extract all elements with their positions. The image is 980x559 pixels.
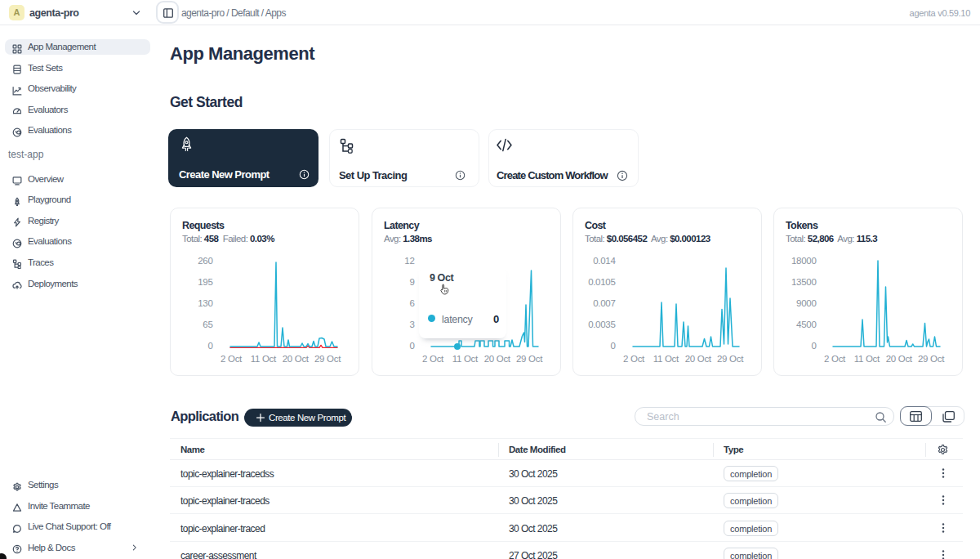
svg-text:13500: 13500 <box>791 277 816 287</box>
svg-text:11 Oct: 11 Oct <box>452 354 479 364</box>
svg-text:20 Oct: 20 Oct <box>886 354 913 364</box>
svg-text:130: 130 <box>198 298 212 308</box>
svg-text:0: 0 <box>409 341 414 351</box>
svg-text:0: 0 <box>610 341 615 351</box>
svg-text:20 Oct: 20 Oct <box>283 354 310 364</box>
svg-text:18000: 18000 <box>791 256 816 266</box>
svg-text:0: 0 <box>811 341 816 351</box>
svg-text:2 Oct: 2 Oct <box>623 354 645 364</box>
svg-text:29 Oct: 29 Oct <box>717 354 744 364</box>
svg-text:0: 0 <box>207 341 212 351</box>
svg-text:2 Oct: 2 Oct <box>220 354 243 364</box>
svg-text:0.014: 0.014 <box>593 256 616 266</box>
svg-text:20 Oct: 20 Oct <box>685 354 712 364</box>
svg-text:11 Oct: 11 Oct <box>854 354 880 364</box>
svg-text:65: 65 <box>203 320 212 329</box>
svg-text:0.0035: 0.0035 <box>588 320 615 329</box>
svg-text:3: 3 <box>409 320 414 329</box>
svg-text:29 Oct: 29 Oct <box>314 354 341 364</box>
svg-text:2 Oct: 2 Oct <box>824 354 846 364</box>
svg-text:9000: 9000 <box>796 298 816 308</box>
svg-text:11 Oct: 11 Oct <box>653 354 679 364</box>
svg-text:20 Oct: 20 Oct <box>484 354 511 364</box>
svg-text:4500: 4500 <box>796 320 816 329</box>
svg-text:0.0105: 0.0105 <box>588 277 615 287</box>
svg-text:9: 9 <box>409 277 414 287</box>
svg-text:12: 12 <box>404 256 414 266</box>
svg-text:29 Oct: 29 Oct <box>516 354 543 364</box>
svg-text:11 Oct: 11 Oct <box>251 354 277 364</box>
svg-text:6: 6 <box>409 298 414 308</box>
svg-text:260: 260 <box>198 256 212 266</box>
svg-text:29 Oct: 29 Oct <box>918 354 945 364</box>
svg-text:195: 195 <box>198 277 212 287</box>
svg-text:0.007: 0.007 <box>593 298 615 308</box>
svg-text:2 Oct: 2 Oct <box>422 354 444 364</box>
